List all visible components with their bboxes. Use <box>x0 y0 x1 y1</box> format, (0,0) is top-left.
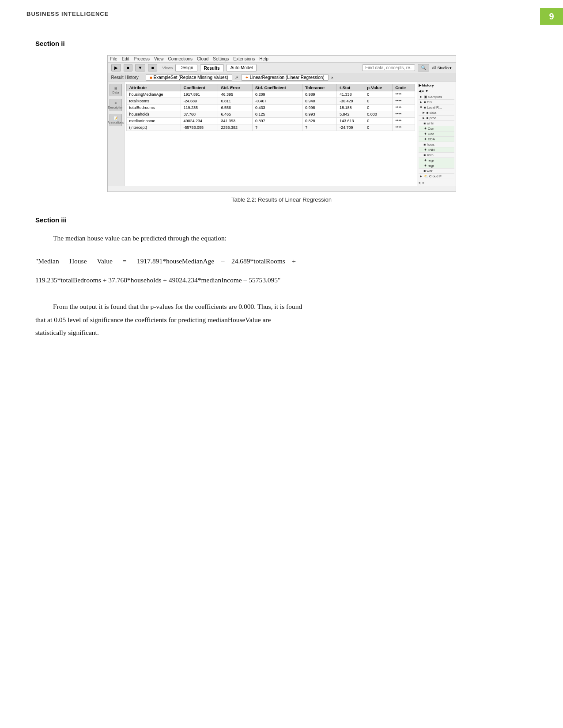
rapidminer-screenshot: File Edit Process View Connections Cloud… <box>107 55 456 192</box>
table-cell: 0 <box>364 91 393 98</box>
sidebar-description-icon[interactable]: ≡ Description <box>110 99 122 111</box>
toolbar: ▶ ■ ▼ ■ Views Design Results Auto Model … <box>108 63 456 73</box>
table-row: totalRooms-24.6890.811-0.4670.940-30.429… <box>126 98 415 105</box>
sidebar-item-wor[interactable]: ■ wor <box>419 169 454 174</box>
right-sidebar-controls: ◀ ≡ ▼ <box>419 89 454 93</box>
table-cell: -24.709 <box>337 124 364 131</box>
sidebar-item-eda[interactable]: ✦ EDA <box>419 137 454 142</box>
table-cell: households <box>126 111 181 118</box>
table-cell: ? <box>302 124 336 131</box>
table-cell: 2255.382 <box>218 124 253 131</box>
sidebar-item-airlin[interactable]: ■ airlin <box>419 121 454 126</box>
linear-reg-tab[interactable]: ✦ LinearRegression (Linear Regression) <box>241 74 329 81</box>
table-cell: 143.613 <box>337 118 364 124</box>
sidebar-item-linrn[interactable]: ■ linrn <box>419 153 454 158</box>
search-btn[interactable]: 🔍 <box>418 64 429 71</box>
section3-para2-line1: From the output it is found that the p-v… <box>35 300 528 313</box>
table-row: housingMedianAge1917.89146.3950.2090.989… <box>126 91 415 98</box>
section3-heading: Section iii <box>35 216 528 224</box>
result-tabbar: Result History ■ ExampleSet (Replace Mis… <box>108 73 456 82</box>
table-row: medianIncome49024.234341.3530.8970.82814… <box>126 118 415 124</box>
table-cell: **** <box>393 111 415 118</box>
table-cell: **** <box>393 91 415 98</box>
eq-median: "Median House Value = 1917.891*houseMedi… <box>35 257 296 265</box>
col-tolerance: Tolerance <box>302 84 336 91</box>
right-sidebar-header: ▶ history <box>419 83 454 88</box>
table-cell: 0.940 <box>302 98 336 105</box>
tab-design[interactable]: Design <box>175 64 197 71</box>
sidebar-item-knn[interactable]: ✦ kNN <box>419 147 454 153</box>
views-label: Views <box>162 66 173 70</box>
sidebar-item-samples[interactable]: ► ▣ Samples <box>419 94 454 100</box>
tab-automodel[interactable]: Auto Model <box>227 64 257 71</box>
sidebar-item-data[interactable]: ► ■ data <box>419 110 454 116</box>
sidebar-data-icon[interactable]: ⊞ Data <box>110 84 122 96</box>
menu-settings[interactable]: Settings <box>213 56 229 61</box>
table-cell: 49024.234 <box>181 118 218 124</box>
sidebar-item-regr1[interactable]: ✦ regr <box>419 158 454 163</box>
tab-close[interactable]: × <box>330 75 334 80</box>
sidebar-item-db[interactable]: ► ■ DB <box>419 100 454 105</box>
toolbar-run-btn[interactable]: ▶ <box>111 64 121 71</box>
sidebar-item-con[interactable]: ✦ Con <box>419 126 454 131</box>
table-cell: 46.395 <box>218 91 253 98</box>
result-history-label: Result History <box>111 75 139 80</box>
sidebar-item-dec[interactable]: ✦ Dec <box>419 131 454 137</box>
table-cell: 0.811 <box>218 98 253 105</box>
toolbar-stop-btn[interactable]: ■ <box>124 64 132 71</box>
table-cell: 0.828 <box>302 118 336 124</box>
table-cell: 0.000 <box>364 111 393 118</box>
example-set-tab[interactable]: ■ ExampleSet (Replace Missing Values) <box>146 74 232 81</box>
right-nav-prev[interactable]: <| <box>419 181 422 185</box>
menu-edit[interactable]: Edit <box>122 56 129 61</box>
table-cell: -0.467 <box>252 98 302 105</box>
page-header: BUSINESS INTELLIGENCE <box>0 0 563 18</box>
table-cell: **** <box>393 124 415 131</box>
table-row: totalBedrooms119.2356.5560.4330.99818.18… <box>126 105 415 111</box>
col-std-error: Std. Error <box>218 84 253 91</box>
table-cell: 1917.891 <box>181 91 218 98</box>
tab-results[interactable]: Results <box>200 64 224 71</box>
table-cell: housingMedianAge <box>126 91 181 98</box>
menu-view[interactable]: View <box>154 56 164 61</box>
table-cell: **** <box>393 105 415 111</box>
menu-file[interactable]: File <box>110 56 117 61</box>
right-nav-next[interactable]: > <box>422 181 424 185</box>
table-cell: 18.188 <box>337 105 364 111</box>
menu-connections[interactable]: Connections <box>168 56 193 61</box>
menu-extensions[interactable]: Extensions <box>233 56 255 61</box>
table-cell: 0.998 <box>302 105 336 111</box>
table-cell: 0 <box>364 98 393 105</box>
table-cell: medianIncome <box>126 118 181 124</box>
sidebar-item-proc[interactable]: ► ■ proc <box>419 116 454 121</box>
right-nav-left[interactable]: ◀ <box>419 89 421 93</box>
menu-process[interactable]: Process <box>134 56 150 61</box>
menu-cloud[interactable]: Cloud <box>197 56 208 61</box>
table-cell: -24.689 <box>181 98 218 105</box>
rm-main-area: ⊞ Data ≡ Description 📝 Annotations <box>108 82 456 186</box>
section3-para2-line2: that at 0.05 level of significance the c… <box>35 313 528 326</box>
table-caption: Table 2.2: Results of Linear Regression <box>35 196 528 203</box>
toolbar-step-btn[interactable]: ■ <box>148 64 157 71</box>
sidebar-item-cloudf[interactable]: ► ⛅ Cloud F <box>419 174 454 179</box>
sidebar-item-localr[interactable]: ▼ ■ Local R... <box>419 105 454 110</box>
left-sidebar: ⊞ Data ≡ Description 📝 Annotations <box>108 82 125 186</box>
toolbar-arrow-btn[interactable]: ▼ <box>135 64 146 71</box>
col-coefficient: Coefficient <box>181 84 218 91</box>
sidebar-item-hous[interactable]: ■ hous <box>419 142 454 147</box>
table-cell: 41.338 <box>337 91 364 98</box>
table-cell: **** <box>393 98 415 105</box>
table-cell: 6.465 <box>218 111 253 118</box>
table-cell: 341.353 <box>218 118 253 124</box>
page-number: 9 <box>540 8 563 25</box>
sidebar-item-regr2[interactable]: ✦ regr <box>419 163 454 169</box>
table-cell: 119.235 <box>181 105 218 111</box>
menu-help[interactable]: Help <box>259 56 268 61</box>
table-cell: 37.768 <box>181 111 218 118</box>
sidebar-annotations-icon[interactable]: 📝 Annotations <box>110 114 122 126</box>
menu-bar[interactable]: File Edit Process View Connections Cloud… <box>108 56 456 63</box>
table-cell: **** <box>393 118 415 124</box>
table-cell: -30.429 <box>337 98 364 105</box>
search-input[interactable] <box>362 64 415 71</box>
tab-separator: ↗ <box>234 75 239 80</box>
